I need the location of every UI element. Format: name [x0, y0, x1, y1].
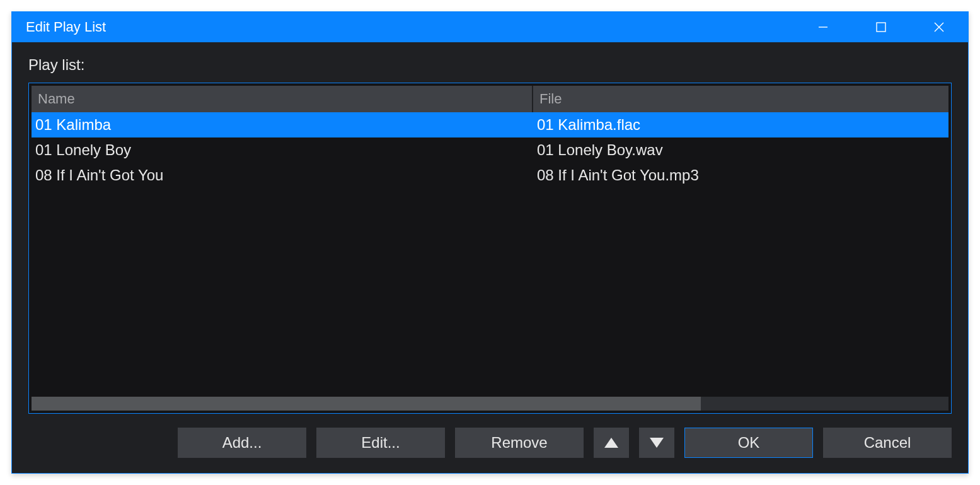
- table-row[interactable]: 08 If I Ain't Got You08 If I Ain't Got Y…: [32, 163, 948, 188]
- ok-button[interactable]: OK: [684, 428, 813, 458]
- close-icon: [933, 21, 945, 33]
- cell-file: 08 If I Ain't Got You.mp3: [533, 167, 948, 184]
- cell-name: 01 Kalimba: [32, 116, 533, 134]
- window-controls: [794, 12, 968, 42]
- playlist-table[interactable]: Name File 01 Kalimba01 Kalimba.flac01 Lo…: [28, 83, 952, 414]
- cell-file: 01 Lonely Boy.wav: [533, 141, 948, 159]
- edit-playlist-window: Edit Play List Play list: Name File 01 K…: [11, 11, 969, 474]
- dialog-body: Play list: Name File 01 Kalimba01 Kalimb…: [12, 42, 968, 473]
- cell-file: 01 Kalimba.flac: [533, 116, 948, 134]
- table-body: 01 Kalimba01 Kalimba.flac01 Lonely Boy01…: [32, 112, 948, 397]
- svg-rect-1: [877, 23, 885, 32]
- triangle-up-icon: [604, 438, 618, 448]
- button-row: Add... Edit... Remove OK Cancel: [28, 428, 952, 458]
- move-up-button[interactable]: [594, 428, 629, 458]
- cell-name: 08 If I Ain't Got You: [32, 167, 533, 184]
- maximize-button[interactable]: [852, 12, 910, 42]
- scrollbar-thumb[interactable]: [32, 397, 701, 411]
- window-title: Edit Play List: [26, 19, 794, 35]
- triangle-down-icon: [650, 438, 664, 448]
- cancel-button[interactable]: Cancel: [823, 428, 952, 458]
- remove-button[interactable]: Remove: [455, 428, 584, 458]
- table-header: Name File: [32, 86, 948, 112]
- minimize-icon: [817, 21, 829, 33]
- horizontal-scrollbar[interactable]: [32, 397, 948, 411]
- column-header-name[interactable]: Name: [32, 86, 533, 112]
- titlebar[interactable]: Edit Play List: [12, 12, 968, 42]
- table-row[interactable]: 01 Lonely Boy01 Lonely Boy.wav: [32, 137, 948, 163]
- table-row[interactable]: 01 Kalimba01 Kalimba.flac: [32, 112, 948, 137]
- maximize-icon: [875, 21, 887, 33]
- playlist-label: Play list:: [28, 56, 952, 74]
- minimize-button[interactable]: [794, 12, 852, 42]
- close-button[interactable]: [910, 12, 968, 42]
- cell-name: 01 Lonely Boy: [32, 141, 533, 159]
- add-button[interactable]: Add...: [178, 428, 306, 458]
- move-down-button[interactable]: [639, 428, 674, 458]
- edit-button[interactable]: Edit...: [316, 428, 445, 458]
- column-header-file[interactable]: File: [533, 86, 948, 112]
